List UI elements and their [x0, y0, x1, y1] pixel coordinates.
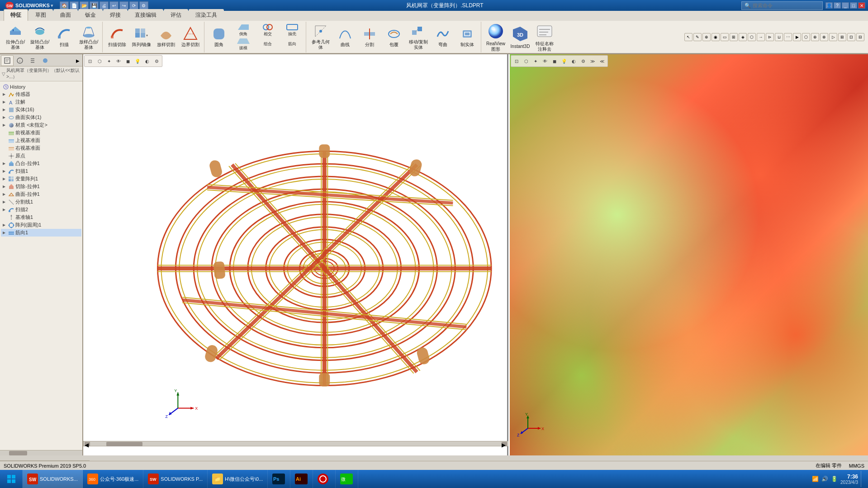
print-btn[interactable]: 🖨 [100, 1, 109, 9]
btn-instant3d[interactable]: 3D Instant3D [508, 23, 532, 52]
right-tool-7[interactable]: ◈ [739, 33, 747, 41]
tab-evaluate[interactable]: 评估 [164, 9, 188, 21]
show-desktop-btn[interactable] [861, 471, 863, 487]
zoom-fit-btn[interactable]: ⊡ [85, 57, 95, 66]
rv-display-style-btn[interactable]: ◼ [550, 57, 559, 66]
lp-tab-display[interactable] [39, 55, 52, 66]
tab-sheetmetal[interactable]: 钣金 [78, 9, 103, 21]
tab-direct[interactable]: 直接编辑 [128, 9, 163, 21]
right-tool-3[interactable]: ⊕ [702, 33, 711, 41]
btn-combine[interactable]: 组合 [256, 37, 280, 51]
home-btn[interactable]: 🏠 [60, 1, 69, 9]
tree-item-material[interactable]: ▶ 材质 <未指定> [1, 121, 81, 129]
tree-item-sensors[interactable]: ▶ 传感器 [1, 90, 81, 98]
redo-btn[interactable]: ↪ [119, 1, 128, 9]
h-scroll-right[interactable]: ▶ [502, 442, 507, 446]
right-tool-6[interactable]: ⊞ [730, 33, 738, 41]
minimize-btn[interactable]: _ [842, 2, 849, 9]
right-tool-2[interactable]: ✎ [693, 33, 702, 41]
maximize-btn[interactable]: □ [850, 2, 857, 9]
apply-scene-btn[interactable]: ◐ [142, 57, 152, 66]
rv-3d-view-btn[interactable]: ⬡ [522, 57, 531, 66]
tree-item-sweep2[interactable]: ▶ 扫描2 [1, 206, 81, 213]
save-btn[interactable]: 💾 [90, 1, 99, 9]
display-style-btn[interactable]: ◼ [123, 57, 133, 66]
user-btn[interactable]: 👤 [825, 2, 833, 9]
right-tool-19[interactable]: ⊡ [847, 33, 855, 41]
tree-item-right[interactable]: 右视基准面 [1, 144, 81, 152]
btn-intersect[interactable]: 相交 [256, 23, 280, 37]
taskbar-folder[interactable]: 📁 H\微信公众号\0... [208, 470, 268, 488]
rv-apply-scene-btn[interactable]: ◐ [569, 57, 578, 66]
tree-item-solid16[interactable]: ▶ 实体(16) [1, 106, 81, 114]
tree-item-rib1[interactable]: ▶ 筋向1 [1, 229, 81, 237]
search-input[interactable] [753, 3, 816, 8]
btn-revolve[interactable]: 旋转凸台/基体 [28, 23, 52, 52]
right-tool-1[interactable]: ↖ [684, 33, 693, 41]
rv-collapse-btn[interactable]: ≪ [598, 57, 607, 66]
btn-loft[interactable]: 放样凸台/基体 [77, 23, 100, 52]
lp-tab-props[interactable]: i [14, 55, 26, 66]
help-btn[interactable]: ? [834, 2, 841, 9]
btn-pattern-mirror[interactable]: ▾ 阵列/镜像 [130, 23, 153, 52]
rebuild-btn[interactable]: ⟳ [129, 1, 138, 9]
open-btn[interactable]: 📂 [80, 1, 89, 9]
new-btn[interactable]: 📄 [70, 1, 79, 9]
options-btn[interactable]: ⚙ [139, 1, 148, 9]
lp-tab-config[interactable] [26, 55, 39, 66]
lights-btn[interactable]: 💡 [133, 57, 142, 66]
tab-weld[interactable]: 焊接 [103, 9, 128, 21]
tab-render[interactable]: 渲染工具 [189, 9, 224, 21]
hide-show-btn[interactable]: 👁 [114, 57, 123, 66]
tree-item-cut1[interactable]: ▶ 切除-拉伸1 [1, 183, 81, 190]
tree-item-refaxis[interactable]: 基准轴1 [1, 213, 81, 221]
right-tool-9[interactable]: → [757, 33, 765, 41]
rv-zoom-fit-btn[interactable]: ⊡ [512, 57, 521, 66]
start-button[interactable] [0, 470, 23, 488]
lp-tab-features[interactable] [1, 55, 14, 66]
undo-btn[interactable]: ↩ [109, 1, 119, 9]
btn-wrap[interactable]: 包覆 [382, 23, 406, 52]
btn-shell[interactable]: 抽壳 [280, 23, 304, 37]
btn-curves[interactable]: 曲线 [333, 23, 357, 52]
viewport-right[interactable]: ⊡ ⬡ ✦ 👁 ◼ 💡 ◐ ⚙ ≫ ≪ [510, 54, 868, 455]
taskbar-wechat[interactable]: 微 [336, 470, 358, 488]
right-tool-18[interactable]: ⊞ [838, 33, 846, 41]
sections-btn[interactable]: ✦ [104, 57, 114, 66]
tree-item-annotations[interactable]: ▶ A 注解 [1, 98, 81, 106]
taskbar-360[interactable]: 360 公众号·360极速... [83, 470, 144, 488]
taskbar-illustrator[interactable]: Ai [290, 470, 313, 488]
btn-draft[interactable]: 拔模 [232, 37, 255, 51]
view-settings-btn[interactable]: ⚙ [152, 57, 161, 66]
taskbar-sw2[interactable]: SW SOLIDWORKS P... [143, 470, 208, 488]
right-tool-13[interactable]: ▶ [793, 33, 801, 41]
rv-lights-btn[interactable]: 💡 [560, 57, 569, 66]
tab-features[interactable]: 特征 [4, 9, 28, 21]
tree-item-top[interactable]: 上视基准面 [1, 137, 81, 144]
right-tool-5[interactable]: ▭ [721, 33, 729, 41]
taskbar-solidworks[interactable]: SW SOLIDWORKS... [23, 470, 83, 488]
lp-horizontal-scrollbar[interactable] [0, 450, 82, 455]
btn-realview[interactable]: RealView图形 [484, 23, 508, 52]
btn-sweep-cut[interactable]: 扫描切除 [105, 23, 129, 52]
rv-hide-show-btn[interactable]: 👁 [541, 57, 550, 66]
tree-item-split1[interactable]: ▶ 分割线1 [1, 198, 81, 206]
btn-rib[interactable]: 筋向 [280, 37, 304, 51]
taskbar-photoshop[interactable]: Ps [268, 470, 290, 488]
taskbar-opera[interactable] [313, 470, 336, 488]
tree-item-circular[interactable]: ▶ 阵列(圆周)1 [1, 221, 81, 229]
right-tool-10[interactable]: ⊳ [766, 33, 774, 41]
right-tool-11[interactable]: ⊔ [775, 33, 783, 41]
btn-feature-label[interactable]: 特征名称注释去 [533, 23, 556, 52]
tree-item-sweep1[interactable]: ▶ 扫描1 [1, 167, 81, 175]
tree-item-surface1[interactable]: ▶ 曲面实体(1) [1, 114, 81, 121]
right-tool-12[interactable]: ⋯ [784, 33, 792, 41]
tree-item-pattern1[interactable]: ▶ 变量阵列1 [1, 175, 81, 183]
horizontal-scrollbar[interactable]: ◀ ▶ [83, 441, 508, 446]
tab-sketch[interactable]: 草图 [28, 9, 53, 21]
btn-solidify[interactable]: 制实体 [455, 23, 479, 52]
right-tool-20[interactable]: ⊟ [856, 33, 864, 41]
3d-view-btn[interactable]: ⬡ [95, 57, 104, 66]
btn-fillet[interactable]: 圆角 [207, 23, 231, 52]
right-tool-16[interactable]: ⊗ [820, 33, 828, 41]
